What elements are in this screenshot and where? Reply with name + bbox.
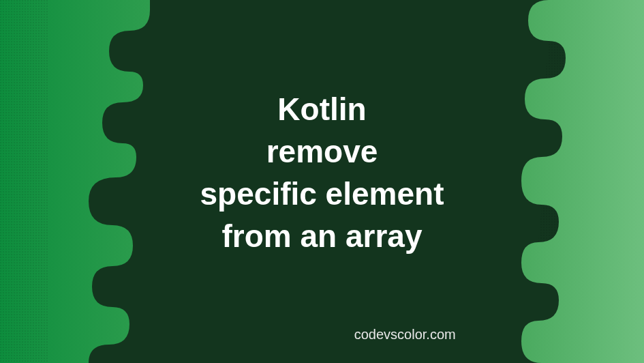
title-line-1: Kotlin	[84, 88, 561, 130]
title-line-4: from an array	[84, 216, 561, 258]
website-label: codevscolor.com	[354, 327, 456, 343]
banner-container: Kotlin remove specific element from an a…	[0, 0, 644, 363]
title-line-2: remove	[84, 130, 561, 173]
svg-rect-0	[0, 0, 48, 363]
banner-title: Kotlin remove specific element from an a…	[84, 88, 561, 257]
title-line-3: specific element	[84, 173, 561, 216]
